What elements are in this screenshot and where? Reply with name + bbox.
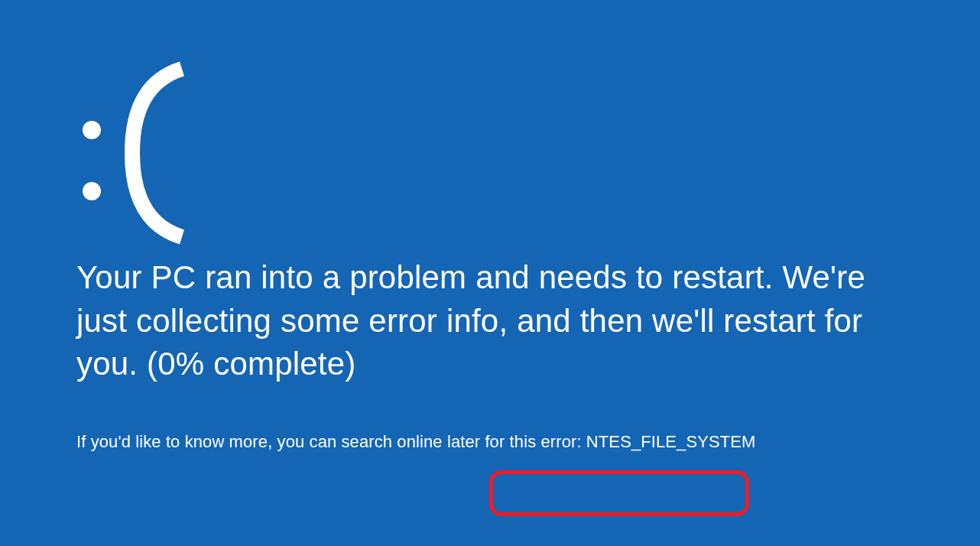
bsod-footer: If you'd like to know more, you can sear… (76, 432, 904, 452)
bsod-main-message: Your PC ran into a problem and needs to … (76, 256, 904, 386)
frowny-face-icon (76, 46, 904, 237)
bsod-container: Your PC ran into a problem and needs to … (0, 0, 980, 452)
bsod-footer-prefix: If you'd like to know more, you can sear… (76, 432, 586, 451)
annotation-highlight-box (489, 470, 749, 516)
bsod-error-code: NTES_FILE_SYSTEM (586, 432, 756, 451)
svg-point-0 (83, 121, 101, 139)
svg-point-1 (83, 182, 101, 200)
